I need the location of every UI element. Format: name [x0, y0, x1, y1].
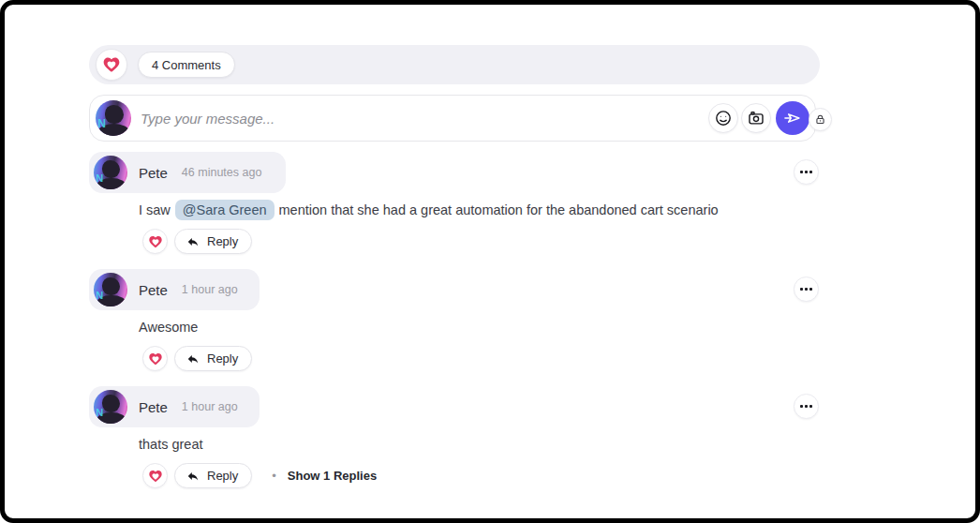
- current-user-avatar: N: [96, 100, 131, 136]
- comment-timestamp: 46 minutes ago: [182, 166, 261, 179]
- reply-button[interactable]: Reply: [174, 463, 252, 488]
- emoji-icon: [714, 109, 733, 127]
- comment-item: N Pete 1 hour ago Awesome Reply: [89, 269, 829, 386]
- comment-body: Awesome: [139, 316, 198, 338]
- comment-menu-button[interactable]: [794, 276, 819, 302]
- comment-menu-button[interactable]: [794, 394, 819, 419]
- comment-item: N Pete 46 minutes ago I saw@Sara Greenme…: [89, 152, 829, 269]
- emoji-button[interactable]: [708, 103, 738, 133]
- comment-actions: Reply: [142, 346, 252, 371]
- reply-button[interactable]: Reply: [174, 229, 252, 254]
- avatar-watermark: N: [96, 173, 103, 184]
- comment-menu-button[interactable]: [794, 159, 819, 185]
- reply-arrow-icon: [186, 235, 200, 248]
- comment-author-avatar: N: [94, 156, 127, 189]
- camera-icon: [747, 109, 765, 127]
- comment-header: N Pete 1 hour ago: [89, 269, 260, 310]
- heart-icon: [148, 351, 163, 366]
- heart-icon: [148, 469, 163, 484]
- comments-summary-bar: 4 Comments: [89, 45, 820, 84]
- comment-timestamp: 1 hour ago: [182, 283, 238, 296]
- app-window: 4 Comments N: [0, 0, 980, 523]
- send-button[interactable]: [776, 101, 809, 135]
- avatar-watermark: N: [97, 118, 106, 129]
- comment-author-name: Pete: [139, 165, 168, 181]
- comment-author-name: Pete: [139, 282, 168, 298]
- message-input[interactable]: [141, 111, 708, 127]
- camera-button[interactable]: [741, 103, 771, 133]
- comment-header: N Pete 46 minutes ago: [89, 152, 286, 193]
- comment-text: mention that she had a great automation …: [279, 202, 719, 217]
- reply-button[interactable]: Reply: [174, 346, 252, 371]
- comment-text: Awesome: [139, 320, 198, 335]
- heart-icon: [148, 234, 163, 249]
- show-replies-button[interactable]: Show 1 Replies: [288, 469, 377, 483]
- comments-count-button[interactable]: 4 Comments: [138, 52, 235, 78]
- comment-header: N Pete 1 hour ago: [89, 386, 260, 427]
- comment-author-avatar: N: [94, 273, 127, 306]
- reply-label: Reply: [207, 234, 238, 248]
- send-icon: [781, 107, 804, 129]
- separator-bullet: •: [272, 469, 276, 483]
- avatar-watermark: N: [96, 408, 103, 418]
- reply-label: Reply: [207, 469, 238, 483]
- reply-label: Reply: [207, 351, 238, 366]
- comment-like-button[interactable]: [142, 463, 168, 488]
- privacy-lock-button[interactable]: [809, 108, 832, 131]
- comment-like-button[interactable]: [142, 229, 168, 254]
- comment-timestamp: 1 hour ago: [182, 400, 238, 413]
- reply-arrow-icon: [186, 470, 200, 483]
- lock-icon: [814, 113, 826, 126]
- comment-actions: Reply: [142, 229, 252, 254]
- message-composer: N: [89, 95, 816, 142]
- like-button[interactable]: [96, 49, 127, 81]
- heart-icon: [102, 55, 121, 74]
- comment-author-avatar: N: [94, 390, 127, 424]
- comment-body: thats great: [139, 433, 203, 456]
- comment-like-button[interactable]: [142, 346, 168, 371]
- avatar-watermark: N: [96, 291, 103, 301]
- comment-text: I saw: [139, 202, 171, 217]
- comment-actions: Reply • Show 1 Replies: [142, 463, 377, 488]
- comment-author-name: Pete: [139, 399, 168, 415]
- comment-body: I saw@Sara Greenmention that she had a g…: [139, 199, 719, 221]
- reply-arrow-icon: [186, 352, 200, 366]
- mention-chip[interactable]: @Sara Green: [175, 200, 275, 220]
- composer-actions: [708, 101, 809, 135]
- comment-text: thats great: [139, 437, 203, 452]
- comment-item: N Pete 1 hour ago thats great Reply: [89, 386, 829, 503]
